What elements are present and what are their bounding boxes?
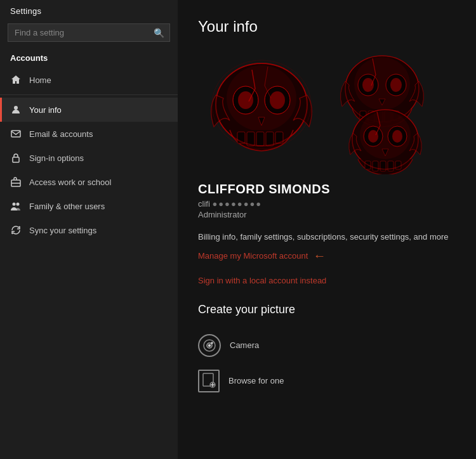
sidebar-item-access-work[interactable]: Access work or school	[0, 170, 178, 194]
svg-point-37	[392, 130, 402, 143]
search-icon-button[interactable]: 🔍	[149, 25, 169, 41]
browse-label: Browse for one	[228, 376, 284, 385]
svg-point-47	[211, 342, 213, 344]
manage-microsoft-account-link[interactable]: Manage my Microsoft account ←	[198, 249, 326, 263]
arrow-right-icon: ←	[313, 249, 326, 263]
svg-rect-1	[11, 131, 20, 137]
svg-point-5	[13, 203, 16, 206]
sidebar-item-family[interactable]: Family & other users	[0, 194, 178, 218]
sidebar-item-family-label: Family & other users	[29, 202, 105, 211]
sidebar: Settings 🔍 Accounts Home Your info	[0, 0, 178, 459]
svg-rect-16	[266, 132, 274, 146]
user-role: Administrator	[198, 210, 456, 219]
user-handle: clifi ●●●●●●●●	[198, 199, 456, 209]
sidebar-item-sync[interactable]: Sync your settings	[0, 218, 178, 242]
group-icon	[10, 200, 22, 212]
svg-point-11	[238, 91, 253, 109]
svg-rect-41	[388, 161, 393, 171]
sign-in-local-link[interactable]: Sign in with a local account instead	[198, 276, 456, 285]
sidebar-item-sign-in[interactable]: Sign-in options	[0, 146, 178, 170]
sidebar-item-your-info-label: Your info	[29, 105, 62, 115]
email-icon	[10, 128, 22, 139]
sidebar-item-home[interactable]: Home	[0, 68, 178, 92]
sidebar-item-sync-label: Sync your settings	[29, 226, 96, 235]
svg-point-24	[362, 78, 374, 92]
svg-rect-2	[13, 157, 19, 162]
create-picture-title: Create your picture	[198, 303, 456, 316]
svg-point-6	[17, 203, 20, 206]
manage-link-text: Manage my Microsoft account	[198, 251, 308, 261]
app-title: Settings	[0, 0, 178, 21]
svg-point-46	[209, 344, 211, 346]
sidebar-item-your-info[interactable]: Your info	[0, 98, 178, 122]
svg-point-12	[270, 91, 285, 109]
profile-skulls-svg	[198, 51, 439, 174]
svg-point-0	[14, 106, 18, 110]
person-icon	[10, 104, 22, 115]
billing-info-text: Billing info, family settings, subscript…	[198, 231, 456, 243]
svg-point-25	[390, 78, 402, 92]
sidebar-item-home-label: Home	[29, 75, 51, 85]
sidebar-item-sign-in-label: Sign-in options	[29, 153, 84, 163]
svg-rect-15	[256, 132, 264, 146]
profile-images	[198, 51, 439, 174]
briefcase-icon	[10, 176, 22, 188]
accounts-section-label: Accounts	[0, 49, 178, 68]
sidebar-item-email-label: Email & accounts	[29, 129, 93, 139]
svg-rect-39	[373, 161, 378, 171]
camera-icon	[198, 334, 221, 357]
browse-option[interactable]: Browse for one	[198, 363, 456, 399]
username: CLIFFORD SIMONDS	[198, 182, 456, 197]
search-input[interactable]	[8, 24, 149, 41]
sidebar-item-email-accounts[interactable]: Email & accounts	[0, 122, 178, 146]
camera-option[interactable]: Camera	[198, 328, 456, 363]
main-content: Your info	[178, 0, 476, 459]
page-title: Your info	[198, 18, 456, 36]
lock-icon	[10, 152, 22, 164]
browse-icon	[198, 370, 220, 392]
search-box[interactable]: 🔍	[8, 23, 170, 42]
svg-point-36	[368, 130, 378, 143]
sidebar-item-access-work-label: Access work or school	[29, 178, 111, 187]
home-icon	[10, 74, 22, 86]
camera-label: Camera	[230, 340, 259, 350]
sync-icon	[10, 224, 22, 236]
